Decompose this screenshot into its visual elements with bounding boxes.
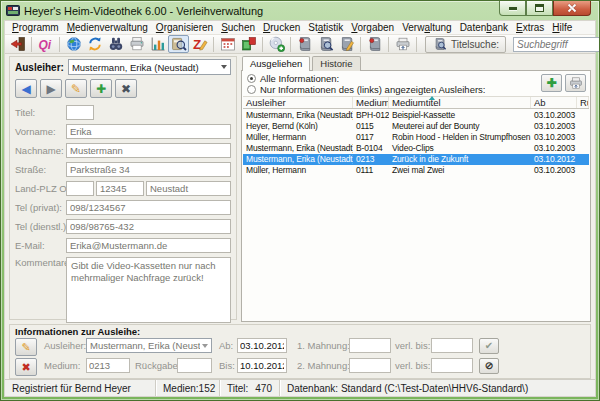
minimize-button[interactable]	[499, 1, 526, 16]
print-list-icon[interactable]	[392, 35, 413, 53]
column-header-0[interactable]: Ausleiher	[243, 97, 353, 108]
table-cell: Mustermann, Erika (Neustadt)	[243, 143, 353, 154]
menu-item-statistik[interactable]: Statistik	[304, 22, 347, 33]
ab-date-field[interactable]	[237, 338, 287, 353]
radio-only-icon[interactable]	[247, 85, 256, 94]
rueckgabe-field[interactable]	[177, 358, 212, 373]
reminder-icon[interactable]	[238, 35, 259, 53]
radio-all-row[interactable]: Alle Informationen:	[247, 73, 540, 84]
mahnung2-field[interactable]	[349, 358, 391, 373]
delete-icon: ✖	[21, 362, 30, 373]
filter-radios: Alle Informationen: Nur Informationen de…	[247, 73, 540, 95]
search-input[interactable]	[513, 37, 600, 52]
nachname-field[interactable]	[66, 143, 231, 158]
medium-bookmark-icon[interactable]	[294, 35, 315, 53]
table-row[interactable]: Mustermann, Erika (Neustadt)B-0104Video-…	[243, 143, 589, 154]
radio-all-icon[interactable]	[247, 74, 256, 83]
status-titel: Titel: 470	[219, 380, 279, 396]
plz-field[interactable]	[96, 181, 144, 196]
next-ausleiher-button[interactable]: ▶	[40, 79, 62, 98]
menu-item-drucken[interactable]: Drucken	[259, 22, 304, 33]
quickinfo-icon[interactable]: Qi	[35, 35, 56, 53]
loan-edit-icon[interactable]: Z	[189, 35, 210, 53]
loan-view-icon[interactable]	[168, 35, 189, 53]
cancel-loan-button[interactable]: ⊘	[479, 358, 499, 374]
table-cell: 0213	[353, 154, 389, 165]
delete-loan-button[interactable]: ✖	[15, 358, 37, 376]
kommentare-field[interactable]: Gibt die Video-Kassetten nur nach mehrma…	[66, 257, 231, 323]
status-titel-value: 470	[255, 383, 272, 394]
confirm-loan-button[interactable]: ✔	[479, 338, 499, 354]
table-row[interactable]: Müller, Hermann0111Zwei mal Zwei03.10.20…	[243, 165, 589, 176]
add-ausleiher-button[interactable]: ✚	[90, 79, 112, 98]
column-header-3[interactable]: Ab	[531, 97, 577, 108]
exit-icon[interactable]	[7, 35, 28, 53]
loan-medium-field[interactable]	[86, 358, 130, 373]
email-field[interactable]	[66, 238, 231, 253]
status-medien: Medien: 152	[155, 380, 219, 396]
table-cell: 0111	[353, 165, 389, 176]
radio-only-row[interactable]: Nur Informationen des (links) angezeigte…	[247, 84, 540, 95]
print-icon[interactable]	[126, 35, 147, 53]
edit-ausleiher-button[interactable]: ✎	[65, 79, 87, 98]
menu-item-extras[interactable]: Extras	[512, 22, 548, 33]
menu-item-programm[interactable]: Programm	[8, 22, 63, 33]
loan-ausleiher-combobox[interactable]: Mustermann, Erika (Neustadt)	[86, 338, 212, 353]
column-header-4[interactable]: Rückg.	[577, 97, 589, 108]
bis-date-field[interactable]	[237, 358, 287, 373]
medium-search-icon[interactable]	[315, 35, 336, 53]
ort-field[interactable]	[146, 181, 231, 196]
land-field[interactable]	[66, 181, 94, 196]
prev-ausleiher-button[interactable]: ◀	[15, 79, 37, 98]
main-content: Ausleiher: Mustermann, Erika (Neustadt) …	[5, 54, 595, 324]
overdue-calendar-icon[interactable]	[217, 35, 238, 53]
table-cell: 03.10.2003	[531, 132, 577, 143]
web-icon[interactable]	[63, 35, 84, 53]
caption-buttons	[499, 1, 591, 16]
strasse-field[interactable]	[66, 162, 231, 177]
print-loans-button[interactable]	[565, 74, 586, 92]
delete-ausleiher-button[interactable]: ✖	[115, 79, 137, 98]
menu-item-organisieren[interactable]: Organisieren	[152, 22, 217, 33]
tab-historie[interactable]: Historie	[312, 56, 360, 71]
column-header-1[interactable]: Medium	[353, 97, 389, 108]
ausleiher-label: Ausleiher:	[15, 62, 64, 73]
tab-ausgeliehen[interactable]: Ausgeliehen	[242, 56, 310, 71]
bis-label: Bis:	[219, 360, 237, 371]
statistics-icon[interactable]	[147, 35, 168, 53]
tel-privat-field[interactable]	[66, 200, 231, 215]
maximize-icon	[535, 4, 544, 12]
pencil-icon: ✎	[21, 342, 30, 353]
close-button[interactable]	[553, 1, 591, 16]
edit-loan-button[interactable]: ✎	[15, 338, 37, 356]
titelsuche-button[interactable]: Titelsuche:	[425, 36, 506, 53]
menu-item-medienverwaltung[interactable]: Medienverwaltung	[63, 22, 152, 33]
table-row[interactable]: Mustermann, Erika (Neustadt)BPH-0123Beis…	[243, 110, 589, 121]
table-row[interactable]: Müller, Hermann0117Robin Hood - Helden i…	[243, 132, 589, 143]
column-header-2[interactable]: Mediumtitel	[389, 97, 531, 108]
mahnung1-field[interactable]	[349, 338, 391, 353]
refresh-icon[interactable]	[84, 35, 105, 53]
menu-item-suchen[interactable]: Suchen	[217, 22, 259, 33]
table-row[interactable]: Heyer, Bernd (Köln)0115Meuterei auf der …	[243, 121, 589, 132]
vorname-field[interactable]	[66, 124, 231, 139]
medium-edit-icon[interactable]	[336, 35, 357, 53]
table-row[interactable]: Mustermann, Erika (Neustadt)0213Zurück i…	[243, 154, 589, 165]
verl-bis2-field[interactable]	[431, 358, 473, 373]
new-medium-icon[interactable]	[266, 35, 287, 53]
ausleiher-combobox-value: Mustermann, Erika (Neustadt)	[72, 62, 199, 73]
menu-item-hilfe[interactable]: Hilfe	[548, 22, 576, 33]
table-cell: Heyer, Bernd (Köln)	[243, 121, 353, 132]
menu-item-verwaltung[interactable]: Verwaltung	[398, 22, 455, 33]
tel-dienstl-field[interactable]	[66, 219, 231, 234]
ausleiher-combobox[interactable]: Mustermann, Erika (Neustadt)	[68, 59, 231, 75]
menu-item-datenbank[interactable]: Datenbank	[456, 22, 512, 33]
medium-list-icon[interactable]	[364, 35, 385, 53]
verl-bis1-field[interactable]	[431, 338, 473, 353]
maximize-button[interactable]	[526, 1, 553, 16]
title-bar[interactable]: Heyer's Heim-Videothek 6.00 - Verleihver…	[1, 1, 599, 20]
add-loan-button[interactable]: ✚	[541, 74, 562, 92]
search-icon[interactable]	[105, 35, 126, 53]
titel-field[interactable]	[66, 105, 94, 120]
menu-item-vorgaben[interactable]: Vorgaben	[347, 22, 398, 33]
